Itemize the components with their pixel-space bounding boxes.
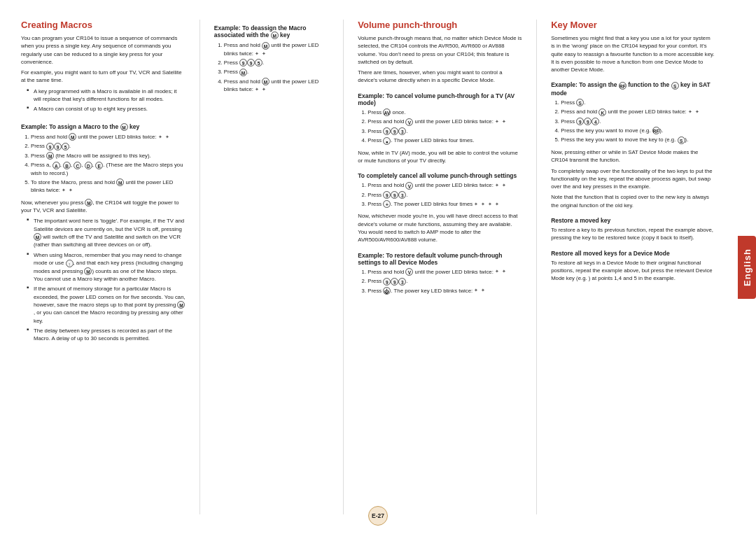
page-container: Creating Macros You can program your CR1… <box>0 0 756 534</box>
sat-btn2: S <box>678 136 685 144</box>
sat-btn: S <box>576 99 584 106</box>
example5-title: Example: To restore default volume punch… <box>358 252 522 266</box>
num9-btn2: 9 <box>54 143 62 150</box>
col-key-mover: Key Mover Sometimes you might find that … <box>551 20 715 514</box>
vol-btn3: V <box>405 268 413 276</box>
example1-title: Example: To assign a Macro to the M key <box>21 123 186 131</box>
pwr-btn: ⏻ <box>383 287 391 295</box>
creating-macros-title: Creating Macros <box>21 20 186 30</box>
step-item: Press 994. <box>561 118 715 125</box>
num3c: 3 <box>398 278 406 286</box>
vol-btn2: V <box>405 182 413 190</box>
vol-note4: Now, whichever mode you're in, you will … <box>358 212 522 244</box>
restore-all-title: Restore all moved keys for a Device Mode <box>551 250 715 257</box>
bullet-item: The delay between key presses is recorde… <box>28 327 186 343</box>
num4a: 4 <box>592 118 599 125</box>
macro-btn2: M <box>46 152 54 160</box>
step-item: Press a, A, B, C, D, E. (These are the M… <box>31 161 186 177</box>
macro-key-icon: M <box>120 123 128 131</box>
example3-title: Example: To cancel volume punch-through … <box>358 92 522 106</box>
macro-btn4: M <box>262 42 270 50</box>
inline-btn4: M <box>177 301 185 309</box>
rf-icon: RF <box>619 82 626 90</box>
bullet-item: The important word here is 'toggle'. For… <box>28 217 186 248</box>
example4-title: To completely cancel all volume punch-th… <box>358 172 522 179</box>
page-number: E-27 <box>368 506 388 526</box>
num9i: 9 <box>576 118 584 125</box>
creating-macros-intro2: For example, you might want to turn off … <box>21 69 186 85</box>
km-note6a: Now, pressing either or while in SAT Dev… <box>551 148 715 164</box>
step-item: Press 993. <box>368 277 522 285</box>
divider-2 <box>343 20 344 514</box>
ok-btn: ● <box>383 137 391 145</box>
num9b: 9 <box>247 59 255 66</box>
macro-btn: M <box>69 133 76 141</box>
step-item: Press and hold V until the power LED bli… <box>368 118 522 125</box>
volume-title: Volume punch-through <box>358 20 522 30</box>
col-volume: Volume punch-through Volume punch-throug… <box>358 20 522 514</box>
steps3-list: Press AV once. Press and hold V until th… <box>368 108 522 146</box>
vol-note3: Now, while in TV (AV) mode, you will be … <box>358 149 522 165</box>
bullet-item: If the amount of memory storage for a pa… <box>28 285 186 325</box>
divider-3 <box>536 20 537 514</box>
num9f: 9 <box>391 191 398 199</box>
step-item: Press and hold V until the power LED bli… <box>368 181 522 189</box>
divider-1 <box>200 20 200 514</box>
step-item: Press ●. The power LED blinks four times… <box>368 136 522 144</box>
step-item: To store the Macro, press and hold M unt… <box>31 178 186 195</box>
num9g: 9 <box>383 278 391 286</box>
col-creating-macros: Creating Macros You can program your CR1… <box>21 20 186 514</box>
step-item: Press 995. <box>224 59 329 66</box>
num5-btn: 5 <box>62 143 69 150</box>
macro-btn6: M <box>262 78 270 85</box>
macro-key-icon2: M <box>271 31 279 39</box>
creating-macros-bullets: A key programmed with a Macro is availab… <box>28 87 186 115</box>
step-item: Press 993. <box>368 127 522 135</box>
step-item: Press 993. <box>368 191 522 199</box>
key-c: C <box>74 162 81 169</box>
step-item: Press S. <box>561 99 715 106</box>
step-item: Press M. <box>224 68 329 76</box>
num9c: 9 <box>383 127 391 135</box>
step-item: Press M (the Macro will be assigned to t… <box>31 152 186 160</box>
steps6-list: Press S. Press and hold K until the powe… <box>561 99 715 146</box>
num5b: 5 <box>255 59 262 66</box>
macro-bullets2: The important word here is 'toggle'. For… <box>28 217 186 344</box>
key-e: E <box>95 162 103 169</box>
example6-title: Example: To assign the RF function to th… <box>551 81 715 96</box>
num9d: 9 <box>391 127 398 135</box>
num3a: 3 <box>398 127 406 135</box>
bullet-item: When using Macros, remember that you may… <box>28 251 186 283</box>
inline-btn2: ↑ <box>66 260 74 267</box>
restore-all-text: To restore all keys in a Device Mode to … <box>551 259 715 283</box>
macro-note1: Now, whenever you press M, the CR104 wil… <box>21 199 186 215</box>
key-b: B <box>63 162 71 169</box>
num9h: 9 <box>391 278 398 286</box>
km-btn1: K <box>598 108 606 116</box>
steps4-list: Press and hold V until the power LED bli… <box>368 181 522 209</box>
plus-btn: + <box>383 200 391 208</box>
step-item: Press and hold M until the power LED bli… <box>224 41 329 57</box>
key-a: A <box>52 162 60 169</box>
num3b: 3 <box>398 191 406 199</box>
macro-btn3: M <box>116 178 124 186</box>
num9-btn: 9 <box>46 143 54 150</box>
volume-intro1: Volume punch-through means that, no matt… <box>358 34 522 66</box>
step-item: Press and hold K until the power LED bli… <box>561 108 715 115</box>
language-tab: English <box>738 236 756 299</box>
creating-macros-intro1: You can program your CR104 to issue a se… <box>21 34 186 66</box>
vol-btn1: V <box>405 118 413 126</box>
step-item: Press +. The power LED blinks four times… <box>368 200 522 208</box>
steps5-list: Press and hold V until the power LED bli… <box>368 268 522 296</box>
macro-btn5: M <box>239 69 247 76</box>
macro-icon-inline: M <box>85 199 92 206</box>
key-mover-title: Key Mover <box>551 20 715 30</box>
restore-title: Restore a moved key <box>551 217 715 224</box>
step-item: Press AV once. <box>368 108 522 116</box>
columns-wrapper: Creating Macros You can program your CR1… <box>21 20 735 514</box>
num9e: 9 <box>383 191 391 199</box>
restore-text: To restore a key to its previous functio… <box>551 226 715 242</box>
km-note6b: To completely swap over the functionalit… <box>551 167 715 191</box>
av-btn: AV <box>383 108 391 116</box>
steps1-list: Press and hold M until the power LED bli… <box>31 133 186 196</box>
